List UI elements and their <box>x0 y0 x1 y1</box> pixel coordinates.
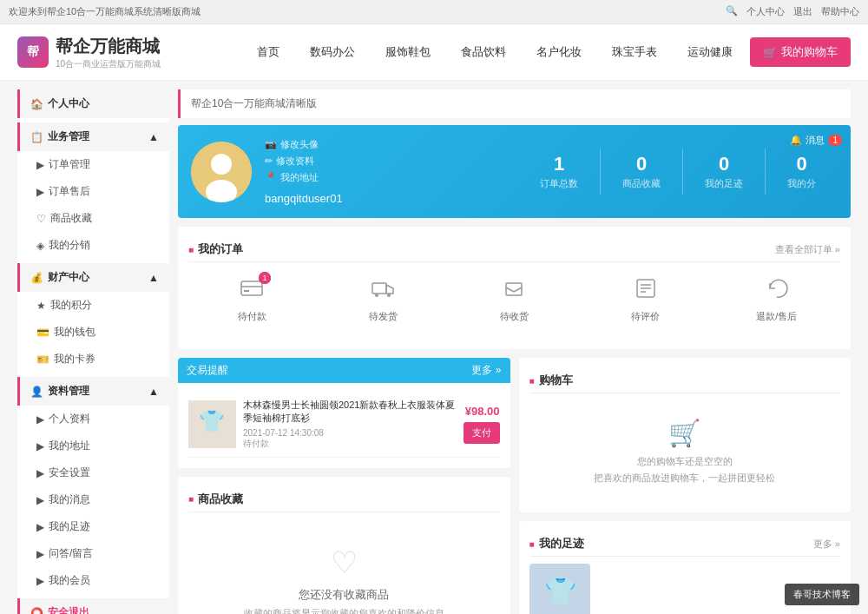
favorites-title: 商品收藏 <box>188 492 243 507</box>
money-icon: 💰 <box>30 272 43 284</box>
footprint-item-0[interactable]: 👕 木林森慢男士... <box>529 564 590 614</box>
edit-info-btn[interactable]: ✏ 修改资料 <box>265 155 343 168</box>
nav-digital[interactable]: 数码办公 <box>297 37 368 67</box>
nav-clothing[interactable]: 服饰鞋包 <box>372 37 444 67</box>
sidebar-item-points[interactable]: ★ 我的积分 <box>17 292 169 319</box>
sidebar-section-profile: 👤 资料管理 ▲ ▶ 个人资料 ▶ 我的地址 ▶ 安全设置 ▶ 我的消息 ▶ 我… <box>17 377 169 594</box>
order-step-shipping[interactable]: 待发货 <box>319 269 446 330</box>
stat-footprint[interactable]: 0 我的足迹 <box>683 149 766 195</box>
stat-orders[interactable]: 1 订单总数 <box>518 149 601 195</box>
qa-icon: ▶ <box>36 548 44 560</box>
nav-jewelry[interactable]: 珠宝手表 <box>599 37 670 67</box>
footprint-more[interactable]: 更多 » <box>813 538 840 551</box>
avatar-svg <box>191 142 252 202</box>
bell2-icon: 🔔 <box>790 135 802 146</box>
sidebar: 🏠 个人中心 📋 业务管理 ▲ ▶ 订单管理 ▶ 订单售后 ♡ 商品收藏 ◈ 我… <box>17 89 169 614</box>
sidebar-profile-label: 资料管理 <box>48 384 89 399</box>
nav-sports[interactable]: 运动健康 <box>674 37 746 67</box>
sidebar-item-address[interactable]: ▶ 我的地址 <box>17 432 169 459</box>
personal-center-link[interactable]: 个人中心 <box>746 5 785 18</box>
transaction-info-0: 木林森慢男士长袖圆领2021新款春秋上衣服装体夏季短袖棉打底衫 2021-07-… <box>243 399 457 450</box>
sidebar-item-order-after[interactable]: ▶ 订单售后 <box>17 178 169 205</box>
heart-icon: ♡ <box>36 213 46 225</box>
transactions-panel: 交易提醒 更多 » 👕 木林森慢男士长袖圆领2021新款春秋上衣服装体夏季短袖棉… <box>178 358 510 468</box>
help-link[interactable]: 帮助中心 <box>821 5 859 18</box>
top-bar-links: 🔍 个人中心 退出 帮助中心 <box>726 5 859 18</box>
top-bar: 欢迎来到帮企10合一万能商城系统清晰版商城 🔍 个人中心 退出 帮助中心 <box>0 0 868 24</box>
orders-title: 我的订单 <box>188 241 243 257</box>
sidebar-item-wallet[interactable]: 💳 我的钱包 <box>17 319 169 346</box>
order-step-refund[interactable]: 退款/售后 <box>713 269 840 330</box>
sidebar-section-personal: 🏠 个人中心 <box>17 89 169 118</box>
sidebar-profile-title[interactable]: 👤 资料管理 ▲ <box>17 377 169 406</box>
sidebar-item-qa[interactable]: ▶ 问答/留言 <box>17 540 169 567</box>
sidebar-item-security[interactable]: ▶ 安全设置 <box>17 459 169 486</box>
transaction-thumb-0: 👕 <box>188 400 236 448</box>
transactions-more[interactable]: 更多 » <box>471 363 501 378</box>
breadcrumb-text: 帮企10合一万能商城清晰版 <box>191 97 317 109</box>
favorites-empty: ♡ 您还没有收藏商品 收藏的商品将显示您收藏的您喜欢的和降价信息 <box>188 519 500 614</box>
my-address-btn[interactable]: 📍 我的地址 <box>265 171 343 184</box>
stat-points-num: 0 <box>787 153 816 175</box>
review-label: 待评价 <box>631 310 660 323</box>
order-step-review[interactable]: 待评价 <box>582 269 709 330</box>
svg-rect-3 <box>241 281 262 295</box>
cart-icon: 🛒 <box>763 46 777 59</box>
edit-avatar-btn[interactable]: 📷 修改头像 <box>265 138 343 151</box>
cart-button[interactable]: 🛒 我的购物车 <box>750 37 851 67</box>
share-icon: ◈ <box>36 240 44 252</box>
logo-icon: 帮 <box>17 36 49 68</box>
svg-rect-6 <box>372 283 386 294</box>
nav-beauty[interactable]: 名户化妆 <box>523 37 595 67</box>
sidebar-section-business: 📋 业务管理 ▲ ▶ 订单管理 ▶ 订单售后 ♡ 商品收藏 ◈ 我的分销 <box>17 122 169 259</box>
nav-food[interactable]: 食品饮料 <box>448 37 519 67</box>
cart-section-header: 购物车 <box>529 368 841 393</box>
view-all-orders[interactable]: 查看全部订单 » <box>775 243 840 256</box>
foot-icon: ▶ <box>36 521 44 533</box>
two-col-layout: 交易提醒 更多 » 👕 木林森慢男士长袖圆领2021新款春秋上衣服装体夏季短袖棉… <box>178 358 851 614</box>
stat-points[interactable]: 0 我的分 <box>766 149 838 195</box>
profile-actions: 📷 修改头像 ✏ 修改资料 📍 我的地址 bangqitduser01 <box>265 138 343 205</box>
nav-home[interactable]: 首页 <box>244 37 293 67</box>
stat-favorites-label: 商品收藏 <box>622 177 661 190</box>
footprint-title: 我的足迹 <box>529 536 584 551</box>
sidebar-item-messages[interactable]: ▶ 我的消息 <box>17 486 169 513</box>
ticket-icon: 🎫 <box>36 353 49 366</box>
star-icon: ★ <box>36 300 46 312</box>
transactions-title: 交易提醒 <box>187 363 228 378</box>
notification-btn[interactable]: 🔔 消息 1 <box>790 134 842 147</box>
favorites-panel: 商品收藏 ♡ 您还没有收藏商品 收藏的商品将显示您收藏的您喜欢的和降价信息 <box>178 477 510 614</box>
sidebar-item-order-management[interactable]: ▶ 订单管理 <box>17 151 169 178</box>
svg-text:👕: 👕 <box>543 576 576 607</box>
sidebar-item-membership[interactable]: ▶ 我的会员 <box>17 567 169 594</box>
stat-footprint-num: 0 <box>705 153 743 175</box>
sidebar-item-footprint[interactable]: ▶ 我的足迹 <box>17 513 169 540</box>
stat-orders-num: 1 <box>540 153 578 175</box>
payment-badge: 1 <box>259 272 271 284</box>
vip-icon: ▶ <box>36 575 44 587</box>
transaction-status-0: 待付款 <box>243 438 457 450</box>
sidebar-finance-title[interactable]: 💰 财产中心 ▲ <box>17 263 169 292</box>
sidebar-item-product-favorite[interactable]: ♡ 商品收藏 <box>17 205 169 232</box>
sidebar-finance-label: 财产中心 <box>48 270 89 285</box>
sidebar-item-personal-info[interactable]: ▶ 个人资料 <box>17 406 169 432</box>
favorites-section-header: 商品收藏 <box>188 487 500 512</box>
sidebar-item-distribution[interactable]: ◈ 我的分销 <box>17 232 169 259</box>
sidebar-logout[interactable]: ⭕ 安全退出 <box>17 598 169 614</box>
orders-steps: 1 1 待付款 待发货 待收货 <box>188 269 840 330</box>
sidebar-personal-center[interactable]: 🏠 个人中心 <box>17 89 169 118</box>
logo-subtitle: 10合一商业运营版万能商城 <box>56 58 161 70</box>
cart-empty-text1: 您的购物车还是空空的 <box>547 455 824 468</box>
sidebar-item-coupon[interactable]: 🎫 我的卡券 <box>17 346 169 373</box>
address-icon: 📍 <box>265 172 277 183</box>
favorites-empty-title: 您还没有收藏商品 <box>214 587 474 603</box>
shipping-label: 待发货 <box>369 310 398 323</box>
sidebar-business-title[interactable]: 📋 业务管理 ▲ <box>17 122 169 151</box>
order-step-receiving[interactable]: 待收货 <box>450 269 577 330</box>
search-icon[interactable]: 🔍 <box>726 5 738 18</box>
order-step-payment[interactable]: 1 1 待付款 <box>188 269 315 330</box>
pay-button-0[interactable]: 支付 <box>464 422 500 444</box>
svg-point-1 <box>211 154 232 175</box>
logout-link[interactable]: 退出 <box>793 5 812 18</box>
stat-favorites[interactable]: 0 商品收藏 <box>601 149 683 195</box>
